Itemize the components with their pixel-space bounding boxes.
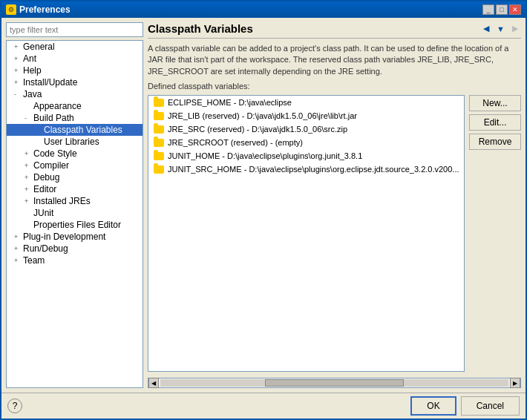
scroll-left-button[interactable]: ◀	[148, 378, 159, 388]
folder-icon	[153, 164, 165, 174]
sidebar-item-label: Build Path	[33, 113, 74, 123]
sidebar-item-label: Ant	[23, 53, 36, 64]
ok-button[interactable]: OK	[410, 396, 456, 416]
back-button[interactable]: ◀	[480, 22, 492, 35]
sidebar-item-help[interactable]: + Help	[7, 65, 143, 76]
sidebar-item-label: Java	[23, 89, 42, 99]
bottom-right-buttons: OK Cancel	[410, 396, 520, 416]
sidebar-item-appearance[interactable]: Appearance	[7, 100, 143, 112]
sidebar-item-compiler[interactable]: + Compiler	[7, 160, 143, 171]
list-item[interactable]: ECLIPSE_HOME - D:\java\eclipse	[148, 96, 464, 109]
list-item[interactable]: JRE_LIB (reserved) - D:\java\jdk1.5.0_06…	[148, 109, 464, 122]
expand-icon: +	[14, 245, 22, 252]
sidebar-item-label: User Libraries	[44, 137, 99, 147]
window-icon: ⚙	[6, 4, 16, 15]
folder-icon	[153, 97, 165, 108]
classpath-list[interactable]: ECLIPSE_HOME - D:\java\eclipse JRE_LIB (…	[148, 95, 465, 372]
sidebar-item-plug-in-development[interactable]: + Plug-in Development	[7, 231, 143, 243]
list-item[interactable]: JUNIT_HOME - D:\java\eclipse\plugins\org…	[148, 149, 464, 163]
cp-item-text: JUNIT_HOME - D:\java\eclipse\plugins\org…	[168, 151, 362, 160]
expand-icon: +	[14, 43, 22, 50]
cp-item-text: JRE_SRCROOT (reserved) - (empty)	[168, 138, 303, 147]
sidebar-item-team[interactable]: + Team	[7, 255, 143, 266]
sidebar-item-label: Classpath Variables	[44, 125, 122, 135]
filter-input[interactable]	[6, 22, 143, 37]
sidebar-item-classpath-variables[interactable]: Classpath Variables	[7, 124, 143, 136]
page-title: Classpath Variables	[148, 22, 253, 35]
edit-button[interactable]: Edit...	[469, 114, 521, 131]
folder-icon	[153, 137, 165, 148]
sidebar-item-general[interactable]: + General	[7, 41, 143, 53]
description-text: A classpath variable can be added to a p…	[148, 43, 521, 77]
cp-item-text: JRE_SRC (reserved) - D:\java\jdk1.5.0_06…	[168, 125, 347, 134]
remove-button[interactable]: Remove	[469, 134, 521, 150]
expand-icon: +	[14, 79, 22, 86]
folder-icon	[153, 124, 165, 134]
sidebar-item-ant[interactable]: + Ant	[7, 53, 143, 65]
classpath-container: ECLIPSE_HOME - D:\java\eclipse JRE_LIB (…	[148, 95, 521, 372]
right-panel: Classpath Variables ◀ ▼ ▶ A classpath va…	[148, 22, 521, 388]
sidebar-item-build-path[interactable]: - Build Path	[7, 112, 143, 124]
help-button[interactable]: ?	[7, 398, 22, 413]
expand-icon: +	[24, 186, 32, 193]
list-item[interactable]: JRE_SRCROOT (reserved) - (empty)	[148, 136, 464, 149]
cp-item-text: ECLIPSE_HOME - D:\java\eclipse	[168, 98, 292, 107]
sidebar-item-code-style[interactable]: + Code Style	[7, 148, 143, 160]
sidebar-item-label: Plug-in Development	[23, 232, 105, 242]
list-item[interactable]: JRE_SRC (reserved) - D:\java\jdk1.5.0_06…	[148, 122, 464, 136]
back-dropdown-button[interactable]: ▼	[494, 23, 508, 35]
expand-icon: +	[14, 257, 22, 264]
folder-icon	[153, 111, 165, 121]
sidebar-item-properties-files-editor[interactable]: Properties Files Editor	[7, 219, 143, 231]
bottom-bar: ? OK Cancel	[1, 393, 526, 419]
right-header: Classpath Variables ◀ ▼ ▶	[148, 22, 521, 39]
sidebar-item-label: Appearance	[33, 101, 82, 111]
scroll-thumb[interactable]	[265, 379, 405, 387]
maximize-button[interactable]: □	[496, 4, 508, 15]
sidebar-item-label: Help	[23, 65, 42, 76]
nav-buttons: ◀ ▼ ▶	[480, 22, 521, 35]
sidebar-item-run-debug[interactable]: + Run/Debug	[7, 243, 143, 255]
titlebar: ⚙ Preferences _ □ ✕	[1, 1, 526, 18]
sidebar-item-label: Run/Debug	[23, 243, 68, 254]
sidebar-item-debug[interactable]: + Debug	[7, 171, 143, 183]
folder-icon	[153, 151, 165, 161]
expand-icon: -	[14, 91, 22, 98]
close-button[interactable]: ✕	[509, 4, 521, 15]
minimize-button[interactable]: _	[482, 4, 494, 15]
sidebar-item-label: Editor	[33, 184, 56, 194]
action-buttons: New... Edit... Remove	[469, 95, 521, 372]
expand-icon: +	[24, 174, 32, 181]
expand-icon: +	[14, 67, 22, 74]
expand-icon: +	[24, 197, 32, 205]
sidebar-item-label: Installed JREs	[33, 196, 91, 206]
forward-button[interactable]: ▶	[509, 22, 521, 35]
classpath-label: Defined classpath variables:	[148, 82, 521, 91]
expand-icon: +	[14, 55, 22, 62]
sidebar-item-installed-jres[interactable]: + Installed JREs	[7, 195, 143, 207]
titlebar-buttons: _ □ ✕	[482, 4, 521, 15]
sidebar-item-editor[interactable]: + Editor	[7, 183, 143, 195]
expand-icon: +	[24, 162, 32, 169]
content-area: + General + Ant + Help +	[1, 18, 526, 393]
list-item[interactable]: JUNIT_SRC_HOME - D:\java\eclipse\plugins…	[148, 163, 464, 176]
sidebar-item-junit[interactable]: JUnit	[7, 207, 143, 219]
cancel-button[interactable]: Cancel	[461, 396, 520, 416]
sidebar-item-label: Debug	[33, 172, 59, 183]
sidebar-item-label: Code Style	[33, 148, 77, 159]
left-panel: + General + Ant + Help +	[6, 22, 143, 388]
sidebar-item-label: Install/Update	[23, 77, 77, 88]
expand-icon: +	[24, 150, 32, 157]
sidebar-item-java[interactable]: - Java	[7, 88, 143, 100]
sidebar-item-label: JUnit	[33, 208, 53, 218]
horizontal-scrollbar[interactable]: ◀ ▶	[148, 378, 521, 388]
sidebar-item-label: Compiler	[33, 160, 69, 171]
sidebar-item-label: Properties Files Editor	[33, 220, 121, 230]
expand-icon: +	[14, 233, 22, 240]
scroll-right-button[interactable]: ▶	[510, 378, 520, 388]
sidebar-item-install-update[interactable]: + Install/Update	[7, 76, 143, 88]
sidebar-item-user-libraries[interactable]: User Libraries	[7, 136, 143, 148]
sidebar-item-label: General	[23, 42, 55, 52]
sidebar-item-label: Team	[23, 255, 45, 266]
new-button[interactable]: New...	[469, 95, 521, 111]
